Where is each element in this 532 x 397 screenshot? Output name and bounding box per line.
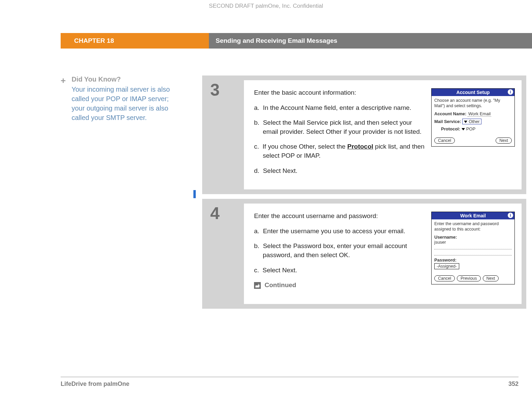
account-name-row: Account Name: Work Email xyxy=(434,111,512,117)
chapter-header-bar: CHAPTER 18 Sending and Receiving Email M… xyxy=(0,33,532,49)
step4-a: a. Enter the username you use to access … xyxy=(254,227,426,236)
mail-service-picklist[interactable]: Other xyxy=(462,119,481,124)
change-bar-icon xyxy=(193,190,196,198)
palm2-instructions: Enter the username and password assigned… xyxy=(434,221,512,232)
step4-c: c. Select Next. xyxy=(254,266,426,275)
next-button[interactable]: Next xyxy=(496,138,512,144)
dyk-text: Your incoming mail server is also called… xyxy=(71,85,173,122)
step-num-4: 4 xyxy=(207,204,244,304)
protocol-row: Protocol: POP xyxy=(434,126,512,131)
footer-page-number: 352 xyxy=(508,380,519,388)
palm1-titlebar: Account Setup i xyxy=(432,89,514,96)
plus-icon: + xyxy=(61,75,70,86)
step-3-block: 3 Enter the basic account information: a… xyxy=(202,75,526,194)
account-name-field[interactable]: Work Email xyxy=(468,111,491,117)
protocol-link[interactable]: Protocol xyxy=(347,143,373,150)
palm-screenshot-account-setup: Account Setup i Choose an account name (… xyxy=(431,88,515,147)
dropdown-icon xyxy=(464,121,467,123)
step3-c: c. If you chose Other, select the Protoc… xyxy=(254,142,426,160)
continued-indicator: Continued xyxy=(254,281,426,290)
step3-a: a. In the Account Name field, enter a de… xyxy=(254,103,426,113)
confidential-header: SECOND DRAFT palmOne, Inc. Confidential xyxy=(0,0,532,9)
step4-b: b. Select the Password box, enter your e… xyxy=(254,242,426,259)
info-icon[interactable]: i xyxy=(508,213,513,218)
cancel-button[interactable]: Cancel xyxy=(434,275,455,281)
protocol-picklist[interactable]: POP xyxy=(462,126,475,131)
previous-button[interactable]: Previous xyxy=(457,275,481,281)
step-num-3: 3 xyxy=(207,80,244,189)
palm2-titlebar: Work Email i xyxy=(432,212,514,219)
continued-arrow-icon xyxy=(254,282,261,289)
password-row: Password: -Assigned- xyxy=(434,257,512,269)
step4-intro: Enter the account username and password: xyxy=(254,212,426,221)
info-icon[interactable]: i xyxy=(508,89,513,95)
chapter-title: Sending and Receiving Email Messages xyxy=(209,33,532,49)
step-4-block: 4 Enter the account username and passwor… xyxy=(202,199,526,309)
page-footer: LifeDrive from palmOne 352 xyxy=(61,377,519,388)
step3-b: b. Select the Mail Service pick list, an… xyxy=(254,118,426,136)
palm-screenshot-work-email: Work Email i Enter the username and pass… xyxy=(431,212,515,284)
username-field[interactable]: jsuser xyxy=(434,240,446,245)
step3-d: d. Select Next. xyxy=(254,166,426,176)
next-button[interactable]: Next xyxy=(483,275,499,281)
sidebar-did-you-know: + Did You Know? Your incoming mail serve… xyxy=(61,75,202,313)
dropdown-icon xyxy=(462,128,465,130)
step3-intro: Enter the basic account information: xyxy=(254,88,426,97)
footer-product: LifeDrive from palmOne xyxy=(61,380,129,388)
chapter-label: CHAPTER 18 xyxy=(61,33,209,49)
username-row: Username: jsuser xyxy=(434,235,512,255)
mail-service-row: Mail Service: Other xyxy=(434,119,512,124)
dyk-title: Did You Know? xyxy=(71,75,173,83)
cancel-button[interactable]: Cancel xyxy=(434,138,455,144)
palm1-instructions: Choose an account name (e.g. "My Mail") … xyxy=(434,98,512,109)
password-field[interactable]: -Assigned- xyxy=(434,263,459,269)
